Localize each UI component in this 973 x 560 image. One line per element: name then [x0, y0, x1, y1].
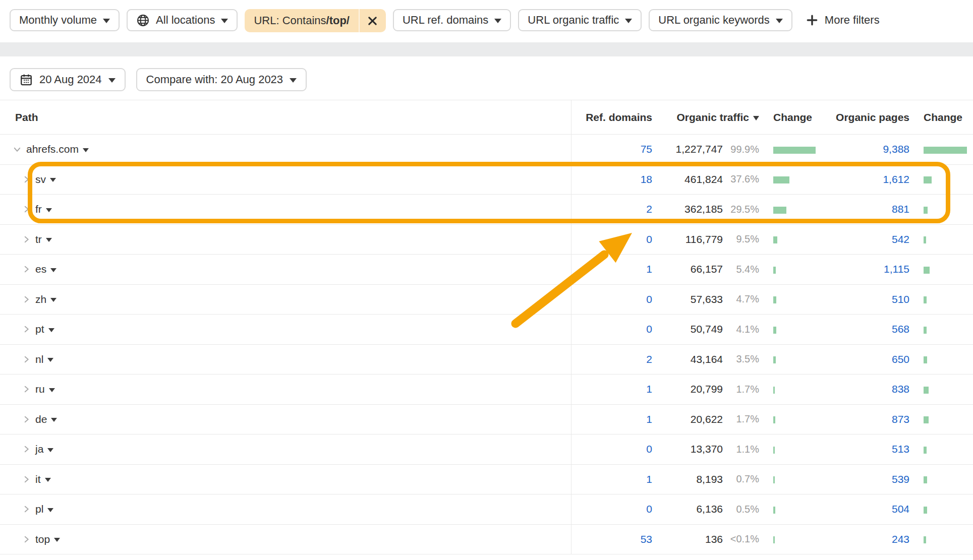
organic-pages-value[interactable]: 873 — [892, 413, 909, 425]
table-row-top: top 53 136 <0.1% 243 — [0, 525, 973, 555]
path-label[interactable]: top — [35, 533, 50, 545]
expand-chevron-icon[interactable] — [13, 145, 22, 154]
ref-domains-value[interactable]: 2 — [646, 203, 652, 215]
column-header-traffic-change[interactable]: Change — [759, 111, 832, 123]
compare-date-button[interactable]: Compare with: 20 Aug 2023 — [136, 68, 307, 91]
column-header-ref-domains[interactable]: Ref. domains — [571, 111, 652, 123]
ref-domains-value[interactable]: 18 — [641, 173, 652, 185]
table-body: ahrefs.com 75 1,227,747 99.9% 9,388 sv 1… — [0, 135, 973, 554]
traffic-share-percent: 1.7% — [723, 413, 759, 425]
organic-traffic-value: 116,779 — [652, 233, 723, 245]
close-icon[interactable] — [359, 9, 386, 32]
table-row-ja: ja 0 13,370 1.1% 513 — [0, 434, 973, 465]
path-label[interactable]: pl — [35, 503, 43, 515]
expand-chevron-icon[interactable] — [22, 385, 31, 394]
organic-pages-value[interactable]: 568 — [892, 323, 909, 335]
pages-change-bar — [924, 327, 927, 334]
path-menu-caret-icon[interactable] — [47, 358, 53, 362]
url-contains-filter-chip[interactable]: URL: Contains /top/ — [245, 9, 386, 32]
path-menu-caret-icon[interactable] — [50, 268, 56, 272]
organic-pages-value[interactable]: 243 — [892, 533, 909, 545]
ref-domains-value[interactable]: 53 — [641, 533, 652, 545]
traffic-change-bar — [773, 507, 775, 514]
monthly-volume-filter-button[interactable]: Monthly volume — [10, 9, 120, 31]
date-picker-button[interactable]: 20 Aug 2024 — [10, 68, 126, 91]
organic-pages-value[interactable]: 510 — [892, 293, 909, 305]
column-header-organic-traffic[interactable]: Organic traffic — [652, 111, 759, 123]
organic-pages-value[interactable]: 838 — [892, 383, 909, 395]
organic-pages-value[interactable]: 542 — [892, 233, 909, 245]
ref-domains-value[interactable]: 0 — [646, 443, 652, 455]
all-locations-filter-button[interactable]: All locations — [127, 9, 238, 31]
organic-pages-value[interactable]: 539 — [892, 473, 909, 485]
organic-pages-value[interactable]: 504 — [892, 503, 909, 515]
path-label[interactable]: ru — [35, 383, 45, 395]
ref-domains-value[interactable]: 1 — [646, 263, 652, 275]
organic-pages-value[interactable]: 9,388 — [883, 143, 909, 155]
path-menu-caret-icon[interactable] — [51, 418, 57, 422]
path-menu-caret-icon[interactable] — [46, 238, 52, 242]
expand-chevron-icon[interactable] — [22, 505, 31, 514]
ref-domains-value[interactable]: 0 — [646, 293, 652, 305]
expand-chevron-icon[interactable] — [22, 445, 31, 454]
ref-domains-value[interactable]: 0 — [646, 233, 652, 245]
path-menu-caret-icon[interactable] — [54, 538, 60, 542]
traffic-change-bar — [773, 416, 775, 423]
expand-chevron-icon[interactable] — [22, 295, 31, 304]
expand-chevron-icon[interactable] — [22, 535, 31, 544]
ref-domains-value[interactable]: 1 — [646, 473, 652, 485]
table-row-pt: pt 0 50,749 4.1% 568 — [0, 315, 973, 345]
expand-chevron-icon[interactable] — [22, 475, 31, 484]
path-menu-caret-icon[interactable] — [46, 208, 52, 212]
more-filters-button[interactable]: More filters — [806, 9, 880, 31]
path-menu-caret-icon[interactable] — [45, 478, 51, 482]
url-organic-keywords-filter-button[interactable]: URL organic keywords — [649, 9, 792, 31]
ref-domains-value[interactable]: 2 — [646, 353, 652, 365]
organic-pages-value[interactable]: 513 — [892, 443, 909, 455]
organic-pages-value[interactable]: 650 — [892, 353, 909, 365]
column-header-organic-pages[interactable]: Organic pages — [832, 111, 909, 123]
path-label[interactable]: de — [35, 413, 47, 425]
expand-chevron-icon[interactable] — [22, 235, 31, 244]
column-header-path[interactable]: Path — [0, 100, 571, 134]
path-label[interactable]: nl — [35, 353, 43, 365]
path-label[interactable]: es — [35, 263, 46, 275]
path-menu-caret-icon[interactable] — [50, 178, 56, 182]
expand-chevron-icon[interactable] — [22, 355, 31, 364]
expand-chevron-icon[interactable] — [22, 205, 31, 214]
path-label[interactable]: pt — [35, 323, 44, 335]
path-label[interactable]: ahrefs.com — [26, 143, 79, 155]
ref-domains-value[interactable]: 0 — [646, 323, 652, 335]
url-organic-traffic-filter-button[interactable]: URL organic traffic — [518, 9, 642, 31]
path-menu-caret-icon[interactable] — [47, 508, 53, 512]
path-label[interactable]: it — [35, 473, 41, 485]
ref-domains-value[interactable]: 1 — [646, 383, 652, 395]
organic-traffic-value: 136 — [652, 533, 723, 545]
expand-chevron-icon[interactable] — [22, 325, 31, 334]
ref-domains-value[interactable]: 1 — [646, 413, 652, 425]
organic-pages-value[interactable]: 1,115 — [884, 263, 909, 275]
path-label[interactable]: tr — [35, 233, 42, 245]
organic-pages-value[interactable]: 881 — [892, 203, 909, 215]
organic-traffic-value: 362,185 — [652, 203, 723, 215]
expand-chevron-icon[interactable] — [22, 175, 31, 184]
path-menu-caret-icon[interactable] — [83, 148, 89, 152]
expand-chevron-icon[interactable] — [22, 265, 31, 274]
url-ref-domains-label: URL ref. domains — [403, 14, 488, 27]
url-ref-domains-filter-button[interactable]: URL ref. domains — [393, 9, 511, 31]
path-menu-caret-icon[interactable] — [50, 298, 56, 302]
site-structure-table: Path Ref. domains Organic traffic Change… — [0, 100, 973, 554]
path-label[interactable]: ja — [35, 443, 43, 455]
path-menu-caret-icon[interactable] — [48, 328, 54, 332]
path-menu-caret-icon[interactable] — [49, 388, 55, 392]
path-label[interactable]: fr — [35, 203, 42, 215]
chevron-down-icon — [290, 78, 297, 83]
path-menu-caret-icon[interactable] — [47, 448, 53, 452]
ref-domains-value[interactable]: 75 — [641, 143, 652, 155]
organic-pages-value[interactable]: 1,612 — [883, 173, 909, 185]
path-label[interactable]: sv — [35, 173, 46, 185]
ref-domains-value[interactable]: 0 — [646, 503, 652, 515]
path-label[interactable]: zh — [35, 293, 46, 305]
column-header-pages-change[interactable]: Change — [909, 111, 973, 123]
expand-chevron-icon[interactable] — [22, 415, 31, 424]
